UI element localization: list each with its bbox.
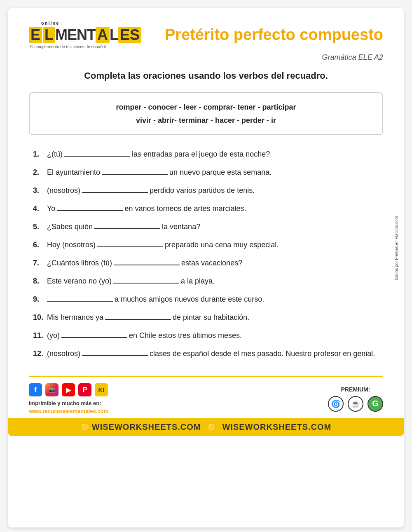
ex-text-before-6: Hoy (nosotros) [47,239,96,251]
logo-online: online [41,21,59,26]
word-box-line2: vivir - abrir- terminar - hacer - perder… [42,114,370,127]
bottom-bar-text1: WISEWORKSHEETS.COM [92,422,201,432]
exercise-6: 6. Hoy (nosotros) preparado una cena muy… [33,238,383,251]
ex-text-before-7: ¿Cuántos libros (tú) [47,258,112,269]
facebook-icon[interactable]: f [29,383,42,396]
ex-num-10: 10. [33,312,45,323]
logo-l: L [110,26,118,44]
ex-blank-9[interactable] [47,293,113,302]
exercise-7: 7. ¿Cuántos libros (tú) estas vacaciones… [33,256,383,269]
logo-e2: L [43,27,55,43]
ex-blank-10[interactable] [105,311,171,320]
logo-e1: E [29,27,42,43]
exercise-10: 10. Mis hermanos ya de pintar su habitac… [33,311,383,323]
ex-text-after-10: de pintar su habitación. [173,312,249,323]
subtitle: Gramática ELE A2 [29,53,383,62]
exercise-11: 11. (yo) en Chile estos tres últimos mes… [33,329,383,341]
ex-blank-6[interactable] [97,238,163,247]
page: online E L MENT A L ES El complemento de… [8,8,404,527]
ex-text-after-7: estas vacaciones? [181,258,242,269]
ex-num-11: 11. [33,330,45,341]
page-title: Pretérito perfecto compuesto [150,26,383,44]
youtube-icon[interactable]: ▶ [62,383,75,396]
footer-center: PREMIUM: 🌀 ☕ G [328,386,383,412]
logo-a: A [96,27,110,43]
logo-es: ES [118,27,141,43]
ex-text-after-11: en Chile estos tres últimos meses. [129,330,242,341]
ex-num-8: 8. [33,276,45,287]
instruction: Completa las oraciones usando los verbos… [29,70,383,82]
ex-num-2: 2. [33,167,45,178]
exercise-9: 9. a muchos amigos nuevos durante este c… [33,293,383,305]
instagram-icon[interactable]: 📷 [45,383,59,396]
social-icons: f 📷 ▶ P K! [29,383,108,396]
exercise-12: 12. (nosotros) clases de español desde e… [33,347,383,359]
ki-icon[interactable]: K! [95,383,108,396]
ex-text-after-3: perdido varios partidos de tenis. [150,185,255,196]
footer-url[interactable]: www.recursoselementales.com [29,408,108,414]
bottom-icon-1: 🟡 [81,423,90,432]
ex-text-before-4: Yo [47,203,55,214]
ex-num-7: 7. [33,258,45,269]
ex-text-before-5: ¿Sabes quién [47,221,93,232]
premium-icon-2[interactable]: ☕ [348,396,363,412]
premium-icon-g[interactable]: G [368,396,383,412]
logo: online E L MENT A L ES El complemento de… [29,21,141,49]
exercise-1: 1. ¿(tú) las entradas para el juego de e… [33,148,383,160]
logo-main: E L MENT A L ES [29,26,141,44]
ex-text-before-3: (nosotros) [47,185,80,196]
ex-text-after-6: preparado una cena muy especial. [165,239,279,251]
premium-icons: 🌀 ☕ G [328,396,383,412]
ex-text-before-10: Mis hermanos ya [47,312,103,323]
ex-blank-8[interactable] [113,274,179,284]
exercise-4: 4. Yo en varios torneos de artes marcial… [33,202,383,214]
ex-num-5: 5. [33,221,45,232]
ex-blank-4[interactable] [57,202,123,211]
ex-text-after-8: a la playa. [181,276,215,287]
ex-text-after-5: la ventana? [162,221,200,232]
footer: f 📷 ▶ P K! Imprimible y mucho más en: ww… [29,376,383,414]
premium-label: PREMIUM: [328,386,383,393]
bottom-icon-2: 🟡 [207,423,216,432]
ex-blank-2[interactable] [102,166,168,175]
ex-blank-3[interactable] [82,184,148,193]
footer-left: f 📷 ▶ P K! Imprimible y mucho más en: ww… [29,383,108,414]
ex-text-after-12: clases de español desde el mes pasado. N… [150,348,375,359]
pinterest-icon[interactable]: P [78,383,91,396]
ex-text-before-11: (yo) [47,330,60,341]
bottom-bar-text2: WISEWORKSHEETS.COM [222,422,332,432]
ex-blank-7[interactable] [114,256,180,265]
logo-mental: MENT [55,26,96,44]
ex-blank-12[interactable] [82,347,148,356]
ex-text-after-1: las entradas para el juego de esta noche… [132,149,270,160]
ex-text-after-4: en varios torneos de artes marciales. [124,203,246,214]
ex-num-1: 1. [33,149,45,160]
bottom-bar: 🟡 WISEWORKSHEETS.COM 🟡 WISEWORKSHEETS.CO… [8,418,404,436]
side-watermark: Iconos por Freepik en Flaticon.com [394,216,399,280]
exercise-3: 3. (nosotros) perdido varios partidos de… [33,184,383,196]
ex-blank-1[interactable] [64,148,130,157]
premium-icon-1[interactable]: 🌀 [328,396,344,412]
ex-text-after-2: un nuevo parque esta semana. [169,167,272,178]
word-box-line1: romper - conocer - leer - comprar- tener… [42,101,370,114]
ex-text-before-2: El ayuntamiento [47,167,100,178]
ex-text-before-8: Este verano no (yo) [47,276,112,287]
ex-text-before-12: (nosotros) [47,348,80,359]
exercise-2: 2. El ayuntamiento un nuevo parque esta … [33,166,383,178]
ex-num-3: 3. [33,185,45,196]
header: online E L MENT A L ES El complemento de… [29,21,383,49]
word-box: romper - conocer - leer - comprar- tener… [29,92,383,136]
exercises-container: 1. ¿(tú) las entradas para el juego de e… [29,148,383,359]
footer-print-text: Imprimible y mucho más en: [29,400,108,406]
ex-blank-11[interactable] [61,329,127,338]
ex-num-6: 6. [33,239,45,251]
exercise-8: 8. Este verano no (yo) a la playa. [33,274,383,287]
ex-text-before-1: ¿(tú) [47,149,63,160]
ex-blank-5[interactable] [94,220,160,229]
ex-num-9: 9. [33,294,45,305]
ex-num-4: 4. [33,203,45,214]
logo-tagline: El complemento de tus clases de español [30,45,106,49]
exercise-5: 5. ¿Sabes quién la ventana? [33,220,383,232]
ex-text-after-9: a muchos amigos nuevos durante este curs… [115,294,264,305]
ex-num-12: 12. [33,348,45,359]
